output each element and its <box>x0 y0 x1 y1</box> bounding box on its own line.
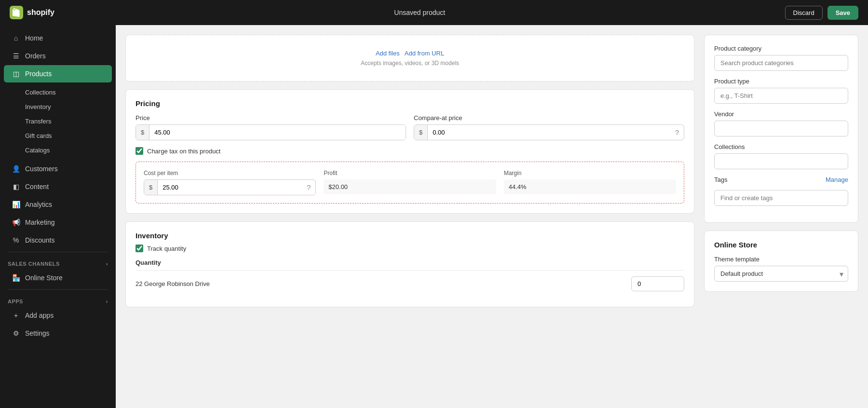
online-store-card: Online Store Theme template Default prod… <box>704 231 858 292</box>
customers-icon: 👤 <box>12 164 20 173</box>
track-quantity-row: Track quantity <box>136 245 684 252</box>
sidebar-item-settings[interactable]: ⚙ Settings <box>4 325 112 342</box>
quantity-section: Quantity 22 George Robinson Drive <box>136 259 684 297</box>
sales-channels-section: Sales channels › <box>0 255 116 269</box>
track-quantity-checkbox[interactable] <box>136 245 143 252</box>
add-from-url-link[interactable]: Add from URL <box>405 50 444 57</box>
sidebar-item-label: Add apps <box>25 312 54 319</box>
sidebar-item-online-store[interactable]: 🏪 Online Store <box>4 269 112 286</box>
media-hint: Accepts images, videos, or 3D models <box>136 60 684 67</box>
margin-field: Margin 44.4% <box>504 170 676 195</box>
sidebar-item-discounts[interactable]: % Discounts <box>4 231 112 249</box>
add-apps-icon: + <box>12 311 20 320</box>
product-category-label: Product category <box>714 45 848 52</box>
apps-expand-icon[interactable]: › <box>106 299 108 304</box>
manage-tags-link[interactable]: Manage <box>826 176 848 183</box>
settings-icon: ⚙ <box>12 329 20 338</box>
sidebar-item-catalogs[interactable]: Catalogs <box>4 143 112 157</box>
sidebar-item-label: Orders <box>25 52 46 60</box>
compare-help-icon[interactable]: ? <box>670 128 684 136</box>
sidebar-item-label: Discounts <box>25 236 54 244</box>
home-icon: ⌂ <box>12 34 20 42</box>
inventory-card: Inventory Track quantity Quantity 22 Geo… <box>125 221 694 307</box>
media-card: Add files Add from URL Accepts images, v… <box>125 35 694 82</box>
sidebar-item-label: Marketing <box>25 218 54 226</box>
compare-price-field: Compare-at price $ ? <box>414 114 684 140</box>
margin-label: Margin <box>504 170 676 177</box>
product-type-input[interactable] <box>714 88 848 104</box>
header-actions: Discard Save <box>785 6 858 20</box>
margin-value: 44.4% <box>504 179 676 194</box>
profit-field: Profit $20.00 <box>324 170 496 195</box>
profit-label: Profit <box>324 170 496 177</box>
track-quantity-label: Track quantity <box>147 245 186 252</box>
sidebar-item-gift-cards[interactable]: Gift cards <box>4 129 112 143</box>
vendor-input[interactable] <box>714 121 848 136</box>
add-files-link[interactable]: Add files <box>376 50 400 57</box>
quantity-input[interactable] <box>631 276 684 291</box>
cost-label: Cost per item <box>144 170 316 177</box>
marketing-icon: 📢 <box>12 218 20 227</box>
shopify-bag-icon <box>10 6 23 19</box>
cost-help-icon[interactable]: ? <box>302 183 315 191</box>
sidebar-item-orders[interactable]: ☰ Orders <box>4 47 112 65</box>
compare-input-wrapper: $ ? <box>414 124 684 140</box>
sidebar-item-collections[interactable]: Collections <box>4 85 112 99</box>
tags-label: Tags <box>714 176 727 183</box>
pricing-card: Pricing Price $ Compare-at price $ <box>125 89 694 214</box>
price-input[interactable] <box>149 125 406 140</box>
media-links: Add files Add from URL <box>136 50 684 57</box>
save-button[interactable]: Save <box>827 6 858 20</box>
sidebar-item-add-apps[interactable]: + Add apps <box>4 307 112 324</box>
sidebar-item-analytics[interactable]: 📊 Analytics <box>4 196 112 213</box>
price-currency: $ <box>136 125 149 140</box>
product-category-input[interactable] <box>714 55 848 71</box>
collections-input[interactable] <box>714 153 848 169</box>
charge-tax-label: Charge tax on this product <box>147 148 220 155</box>
sidebar-item-inventory[interactable]: Inventory <box>4 100 112 114</box>
sidebar-sub-products: Collections Inventory Transfers Gift car… <box>0 83 116 160</box>
theme-template-label: Theme template <box>714 256 848 263</box>
compare-price-label: Compare-at price <box>414 114 684 122</box>
analytics-icon: 📊 <box>12 200 20 209</box>
pricing-row: Price $ Compare-at price $ ? <box>136 114 684 140</box>
cost-currency: $ <box>144 180 158 195</box>
apps-section: Apps › <box>0 293 116 306</box>
cost-field: Cost per item $ ? <box>144 170 316 195</box>
discard-button[interactable]: Discard <box>785 6 823 20</box>
charge-tax-checkbox[interactable] <box>136 147 143 155</box>
sidebar-divider <box>8 252 108 252</box>
compare-price-input[interactable] <box>428 125 670 140</box>
online-store-icon: 🏪 <box>12 273 20 282</box>
sidebar-item-label: Online Store <box>25 274 63 282</box>
compare-currency: $ <box>414 125 428 140</box>
sidebar-item-products[interactable]: ◫ Products <box>4 65 112 82</box>
sales-channels-expand-icon[interactable]: › <box>106 261 108 267</box>
organization-card: Product category Product type Vendor Col… <box>704 35 858 223</box>
sidebar-item-label: Customers <box>25 165 58 173</box>
sidebar-item-marketing[interactable]: 📢 Marketing <box>4 214 112 231</box>
theme-template-select[interactable]: Default product Custom Landing <box>714 266 848 282</box>
profit-value: $20.00 <box>324 179 496 194</box>
quantity-row: 22 George Robinson Drive <box>136 270 684 297</box>
cost-input-wrapper: $ ? <box>144 179 316 195</box>
app-body: ⌂ Home ☰ Orders ◫ Products Collections I… <box>0 25 868 408</box>
collections-label: Collections <box>714 143 848 150</box>
theme-template-wrapper: Default product Custom Landing ▾ <box>714 266 848 282</box>
tags-input[interactable] <box>714 190 848 206</box>
sidebar-item-label: Home <box>25 34 43 42</box>
sidebar-divider-2 <box>8 289 108 290</box>
logo-text: shopify <box>27 8 54 17</box>
price-field: Price $ <box>136 114 406 140</box>
sidebar-item-customers[interactable]: 👤 Customers <box>4 160 112 177</box>
inventory-title: Inventory <box>136 231 684 240</box>
sidebar-item-label: Content <box>25 183 49 190</box>
sidebar-item-transfers[interactable]: Transfers <box>4 114 112 128</box>
pricing-title: Pricing <box>136 99 684 108</box>
price-label: Price <box>136 114 406 122</box>
online-store-title: Online Store <box>714 241 848 249</box>
sidebar-item-home[interactable]: ⌂ Home <box>4 29 112 47</box>
cost-input[interactable] <box>158 180 302 195</box>
main-content: Add files Add from URL Accepts images, v… <box>116 25 868 408</box>
sidebar-item-content[interactable]: ◧ Content <box>4 178 112 195</box>
